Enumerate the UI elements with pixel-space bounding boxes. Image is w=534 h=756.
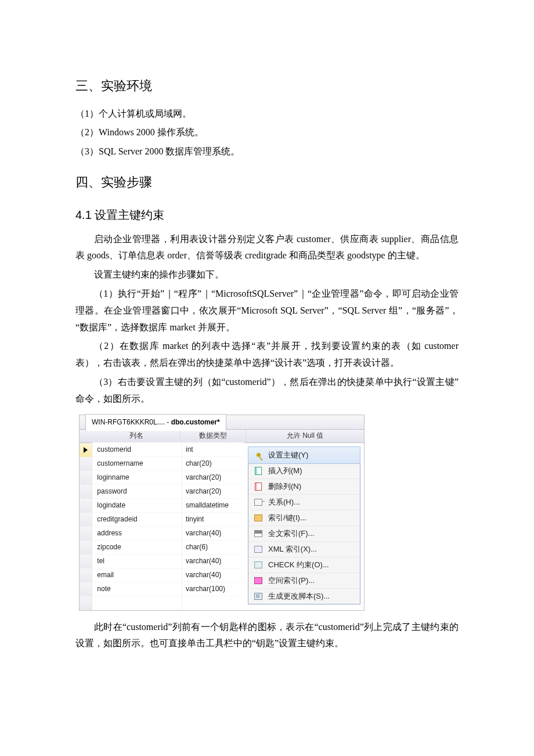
tab-label-name: dbo.customer* bbox=[171, 418, 220, 426]
data-type-cell[interactable]: varchar(20) bbox=[182, 470, 244, 485]
menu-item[interactable]: 插入列(M) bbox=[248, 463, 360, 479]
column-row[interactable]: customernamechar(20) bbox=[80, 457, 244, 471]
env-item-2: （2）Windows 2000 操作系统。 bbox=[75, 124, 459, 141]
section-3-heading: 三、实验环境 bbox=[75, 74, 459, 98]
menu-item[interactable]: 关系(H)... bbox=[248, 495, 360, 510]
column-grid[interactable]: customeridintcustomernamechar(20)loginna… bbox=[80, 443, 244, 610]
fulltext-icon bbox=[252, 530, 265, 537]
data-type-cell[interactable]: varchar(100) bbox=[182, 582, 244, 596]
env-item-3: （3）SQL Server 2000 数据库管理系统。 bbox=[75, 143, 459, 160]
row-selector[interactable] bbox=[80, 582, 92, 596]
column-name-cell[interactable]: tel bbox=[92, 554, 182, 568]
row-selector[interactable] bbox=[80, 568, 92, 582]
relation-icon bbox=[252, 499, 265, 506]
menu-item-label: CHECK 约束(O)... bbox=[265, 558, 353, 571]
menu-item[interactable]: 删除列(N) bbox=[248, 479, 360, 495]
column-row[interactable]: customeridint bbox=[80, 443, 244, 457]
menu-item[interactable]: 索引/键(I)... bbox=[248, 510, 360, 526]
data-type-cell[interactable]: varchar(20) bbox=[182, 484, 244, 499]
row-selector[interactable] bbox=[80, 513, 92, 527]
row-selector[interactable] bbox=[80, 457, 92, 471]
menu-item[interactable]: 全文索引(F)... bbox=[248, 526, 360, 542]
row-selector[interactable] bbox=[80, 527, 92, 541]
column-name-cell[interactable]: customerid bbox=[92, 442, 182, 457]
paragraph: 启动企业管理器，利用表设计器分别定义客户表 customer、供应商表 supp… bbox=[75, 231, 459, 265]
designer-body: customeridintcustomernamechar(20)loginna… bbox=[80, 443, 364, 610]
row-selector[interactable] bbox=[80, 485, 92, 499]
menu-item-label: 删除列(N) bbox=[265, 480, 353, 493]
column-name-cell[interactable]: logindate bbox=[92, 498, 182, 513]
column-name-cell[interactable]: loginname bbox=[92, 470, 182, 485]
insert-col-icon bbox=[252, 467, 265, 475]
data-type-cell[interactable]: tinyint bbox=[182, 512, 244, 527]
key-icon bbox=[252, 453, 265, 457]
step-1: （1）执行“开始”｜“程序”｜“MicrosoftSQLServer”｜“企业管… bbox=[75, 286, 459, 336]
table-designer-screenshot: WIN-RFGT6KKKR0L.... - dbo.customer* 列名 数… bbox=[79, 415, 365, 611]
paragraph-after-figure: 此时在“customerid”列前有一个钥匙样的图标，表示在“customeri… bbox=[75, 619, 459, 653]
menu-item-label: XML 索引(X)... bbox=[265, 542, 353, 556]
data-type-cell[interactable] bbox=[182, 596, 244, 610]
header-allow-null: 允许 Null 值 bbox=[246, 430, 364, 442]
header-data-type: 数据类型 bbox=[181, 430, 246, 442]
data-type-cell[interactable]: varchar(40) bbox=[182, 568, 244, 582]
header-column-name: 列名 bbox=[93, 430, 181, 442]
section-4-1-heading: 4.1 设置主键约束 bbox=[75, 204, 459, 225]
section-4-heading: 四、实验步骤 bbox=[75, 171, 459, 194]
menu-item-label: 关系(H)... bbox=[265, 495, 353, 509]
column-name-cell[interactable] bbox=[92, 596, 182, 610]
menu-item-label: 空间索引(P)... bbox=[265, 574, 353, 587]
column-name-cell[interactable]: address bbox=[92, 526, 182, 541]
menu-item-label: 设置主键(Y) bbox=[265, 448, 353, 462]
row-selector[interactable] bbox=[80, 596, 92, 610]
column-row[interactable]: addressvarchar(40) bbox=[80, 527, 244, 541]
column-header-row: 列名 数据类型 允许 Null 值 bbox=[80, 430, 364, 443]
row-selector[interactable] bbox=[80, 555, 92, 568]
context-menu[interactable]: 设置主键(Y)插入列(M)删除列(N)关系(H)...索引/键(I)...全文索… bbox=[248, 447, 360, 604]
data-type-cell[interactable]: char(20) bbox=[182, 456, 244, 471]
menu-item-label: 生成更改脚本(S)... bbox=[265, 589, 353, 603]
row-selector[interactable] bbox=[80, 471, 92, 485]
data-type-cell[interactable]: char(6) bbox=[182, 540, 244, 555]
row-selector[interactable] bbox=[80, 443, 92, 457]
column-row[interactable]: logindatesmalldatetime bbox=[80, 499, 244, 513]
step-2: （2）在数据库 market 的列表中选择“表”并展开，找到要设置约束的表（如 … bbox=[75, 338, 459, 372]
menu-item[interactable]: CHECK 约束(O)... bbox=[248, 557, 360, 573]
check-icon bbox=[252, 561, 265, 568]
column-name-cell[interactable]: email bbox=[92, 568, 182, 582]
menu-item[interactable]: 生成更改脚本(S)... bbox=[248, 589, 360, 604]
menu-item[interactable]: 设置主键(Y) bbox=[248, 447, 360, 464]
menu-item-label: 全文索引(F)... bbox=[265, 527, 353, 540]
column-row[interactable]: loginnamevarchar(20) bbox=[80, 471, 244, 485]
index-icon bbox=[252, 514, 265, 521]
xml-icon bbox=[252, 546, 265, 553]
column-name-cell[interactable]: zipcode bbox=[92, 540, 182, 555]
menu-item-label: 插入列(M) bbox=[265, 464, 353, 477]
data-type-cell[interactable]: int bbox=[182, 442, 244, 457]
column-name-cell[interactable]: note bbox=[92, 582, 182, 596]
tab-strip: WIN-RFGT6KKKR0L.... - dbo.customer* bbox=[80, 415, 364, 430]
menu-item-label: 索引/键(I)... bbox=[265, 511, 353, 524]
column-row[interactable]: emailvarchar(40) bbox=[80, 568, 244, 582]
data-type-cell[interactable]: varchar(40) bbox=[182, 526, 244, 541]
row-selector[interactable] bbox=[80, 541, 92, 555]
menu-item[interactable]: 空间索引(P)... bbox=[248, 573, 360, 589]
column-row[interactable]: passwordvarchar(20) bbox=[80, 485, 244, 499]
designer-tab[interactable]: WIN-RFGT6KKKR0L.... - dbo.customer* bbox=[85, 414, 226, 431]
data-type-cell[interactable]: smalldatetime bbox=[182, 498, 244, 513]
column-row[interactable]: creditgradeidtinyint bbox=[80, 513, 244, 527]
column-row[interactable]: telvarchar(40) bbox=[80, 555, 244, 568]
column-name-cell[interactable]: customername bbox=[92, 456, 182, 471]
spatial-icon bbox=[252, 577, 265, 584]
menu-item[interactable]: XML 索引(X)... bbox=[248, 542, 360, 557]
column-row[interactable]: notevarchar(100) bbox=[80, 582, 244, 596]
data-type-cell[interactable]: varchar(40) bbox=[182, 554, 244, 568]
step-3: （3）右击要设置主键的列（如“customerid”），然后在弹出的快捷菜单中执… bbox=[75, 374, 459, 408]
document-page: 三、实验环境 （1）个人计算机或局域网。 （2）Windows 2000 操作系… bbox=[0, 0, 534, 689]
script-icon bbox=[252, 593, 265, 600]
column-name-cell[interactable]: creditgradeid bbox=[92, 512, 182, 527]
column-row[interactable]: zipcodechar(6) bbox=[80, 541, 244, 555]
column-name-cell[interactable]: password bbox=[92, 484, 182, 499]
row-selector[interactable] bbox=[80, 499, 92, 513]
tab-label-prefix: WIN-RFGT6KKKR0L.... - bbox=[92, 418, 171, 426]
column-row[interactable] bbox=[80, 596, 244, 610]
